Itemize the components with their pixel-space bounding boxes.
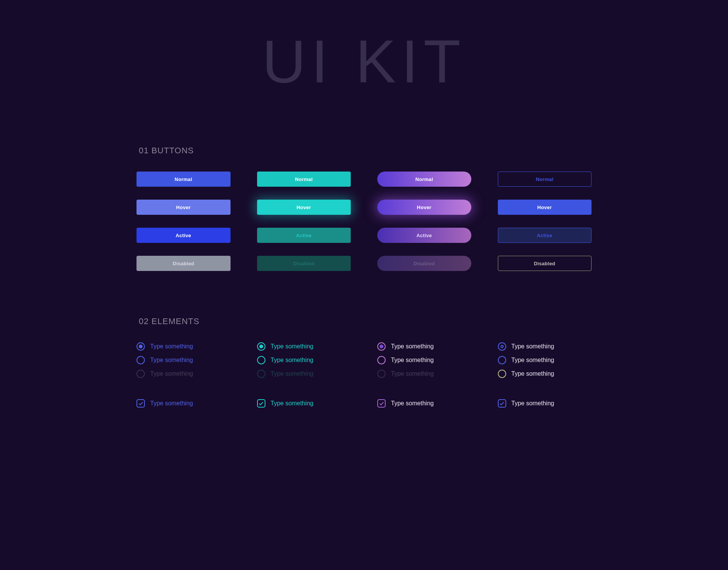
button-gradient-pill-hover[interactable]: Hover <box>377 200 471 215</box>
button-gradient-pill-normal[interactable]: Normal <box>377 172 471 187</box>
radio-purple-unselected[interactable]: Type something <box>377 356 471 364</box>
radio-outline-alt[interactable]: Type something <box>498 370 592 378</box>
radio-label: Type something <box>150 370 193 377</box>
button-solid-teal-hover[interactable]: Hover <box>257 200 351 215</box>
radio-blue-selected[interactable]: Type something <box>136 342 231 351</box>
radio-icon <box>498 356 506 364</box>
buttons-grid: Normal Normal Normal Normal Hover Hover … <box>136 172 592 271</box>
elements-col-teal: Type something Type something Type somet… <box>257 342 351 408</box>
radio-label: Type something <box>271 370 314 377</box>
radio-icon <box>377 342 386 351</box>
elements-col-blue: Type something Type something Type somet… <box>136 342 231 408</box>
radio-teal-selected[interactable]: Type something <box>257 342 351 351</box>
elements-grid: Type something Type something Type somet… <box>136 342 592 408</box>
checkbox-icon <box>377 399 386 408</box>
button-outline-active[interactable]: Active <box>498 228 592 243</box>
radio-icon <box>257 356 265 364</box>
page-title: UI KIT <box>136 0 592 146</box>
checkbox-purple-checked[interactable]: Type something <box>377 399 471 408</box>
radio-icon <box>257 370 265 378</box>
button-solid-teal-active[interactable]: Active <box>257 228 351 243</box>
checkbox-outline-checked[interactable]: Type something <box>498 399 592 408</box>
checkbox-label: Type something <box>271 400 314 407</box>
radio-teal-disabled: Type something <box>257 370 351 378</box>
checkbox-teal-checked[interactable]: Type something <box>257 399 351 408</box>
radio-icon <box>498 342 506 351</box>
radio-icon <box>136 356 145 364</box>
checkbox-label: Type something <box>150 400 193 407</box>
checkbox-icon <box>498 399 506 408</box>
checkbox-icon <box>136 399 145 408</box>
checkbox-label: Type something <box>391 400 434 407</box>
button-solid-blue-active[interactable]: Active <box>136 228 231 243</box>
radio-outline-selected[interactable]: Type something <box>498 342 592 351</box>
radio-purple-disabled: Type something <box>377 370 471 378</box>
button-gradient-pill-disabled: Disabled <box>377 256 471 271</box>
radio-blue-unselected[interactable]: Type something <box>136 356 231 364</box>
radio-label: Type something <box>150 357 193 364</box>
radio-label: Type something <box>511 370 554 377</box>
radio-icon <box>377 370 386 378</box>
radio-label: Type something <box>150 343 193 350</box>
radio-label: Type something <box>271 343 314 350</box>
radio-label: Type something <box>271 357 314 364</box>
button-solid-teal-normal[interactable]: Normal <box>257 172 351 187</box>
section-title-buttons: 01 BUTTONS <box>139 146 592 156</box>
checkbox-label: Type something <box>511 400 554 407</box>
elements-col-outline: Type something Type something Type somet… <box>498 342 592 408</box>
button-gradient-pill-active[interactable]: Active <box>377 228 471 243</box>
button-solid-blue-disabled: Disabled <box>136 256 231 271</box>
button-solid-teal-disabled: Disabled <box>257 256 351 271</box>
radio-teal-unselected[interactable]: Type something <box>257 356 351 364</box>
button-outline-disabled: Disabled <box>498 256 592 271</box>
radio-icon <box>136 342 145 351</box>
radio-icon <box>257 342 265 351</box>
checkbox-blue-checked[interactable]: Type something <box>136 399 231 408</box>
radio-label: Type something <box>391 357 434 364</box>
radio-blue-disabled: Type something <box>136 370 231 378</box>
radio-purple-selected[interactable]: Type something <box>377 342 471 351</box>
section-title-elements: 02 ELEMENTS <box>139 316 592 326</box>
elements-col-purple: Type something Type something Type somet… <box>377 342 471 408</box>
radio-icon <box>377 356 386 364</box>
radio-label: Type something <box>391 343 434 350</box>
button-solid-blue-hover[interactable]: Hover <box>136 200 231 215</box>
radio-icon <box>136 370 145 378</box>
button-outline-hover[interactable]: Hover <box>498 200 592 215</box>
radio-icon <box>498 370 506 378</box>
button-outline-normal[interactable]: Normal <box>498 172 592 187</box>
radio-outline-unselected[interactable]: Type something <box>498 356 592 364</box>
radio-label: Type something <box>511 357 554 364</box>
radio-label: Type something <box>391 370 434 377</box>
checkbox-icon <box>257 399 265 408</box>
button-solid-blue-normal[interactable]: Normal <box>136 172 231 187</box>
radio-label: Type something <box>511 343 554 350</box>
